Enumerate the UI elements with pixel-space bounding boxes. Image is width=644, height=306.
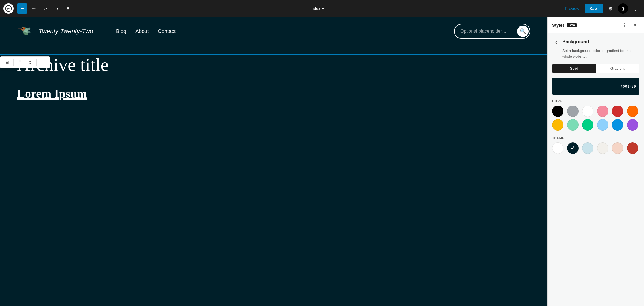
top-toolbar: W + ✏ ↩ ↪ ≡ Index ▾ Preview Save ⚙ ◑ ⋮ [0,0,644,17]
search-icon: 🔍 [520,28,526,34]
redo-button[interactable]: ↪ [51,3,61,14]
nav-item-about[interactable]: About [135,28,149,34]
site-nav: Blog About Contact [116,28,176,34]
color-swatch-white[interactable] [582,106,593,117]
gradient-button[interactable]: Gradient [596,64,639,73]
color-swatch-pink[interactable] [597,106,608,117]
toolbar-right: Preview Save ⚙ ◑ ⋮ [562,3,641,14]
solid-button[interactable]: Solid [552,64,596,73]
theme-colors-label: THEME [552,136,639,140]
contrast-icon: ◑ [621,6,625,11]
background-description: Set a background color or gradient for t… [552,48,639,59]
gear-icon: ⚙ [608,6,612,11]
search-button[interactable]: 🔍 [517,26,529,37]
save-button[interactable]: Save [585,4,603,13]
preview-button[interactable]: Preview [562,5,583,13]
color-hex-value: #001F29 [620,84,636,88]
chevron-down-icon: ▾ [322,6,324,11]
color-swatch-purple[interactable] [627,119,638,131]
background-section: ‹ Background Set a background color or g… [548,33,644,306]
color-preview[interactable]: #001F29 [552,78,639,95]
block-toolbar: ⊞ ⠿ ▲▼ ⋮ [0,56,50,68]
lorem-ipsum-title[interactable]: Lorem Ipsum [17,87,530,100]
site-logo-area: Twenty Twenty-Two [17,23,93,40]
right-panel: Styles Beta ⋮ ✕ ‹ Background Set a backg… [547,17,644,306]
list-view-button[interactable]: ≡ [63,3,73,14]
panel-title-area: Styles Beta [552,23,618,28]
more-block-options-icon[interactable]: ⋮ [38,58,48,67]
svg-point-9 [22,28,23,29]
drag-handle-icon[interactable]: ⠿ [15,58,24,67]
color-swatch-green[interactable] [582,119,593,131]
beta-badge: Beta [567,23,577,27]
color-swatch-red[interactable] [612,106,623,117]
panel-header: Styles Beta ⋮ ✕ [548,17,644,33]
color-swatch-light-blue[interactable] [597,119,608,131]
svg-point-4 [23,28,25,29]
svg-line-8 [18,28,22,29]
color-swatch-orange[interactable] [627,106,638,117]
site-header: Twenty Twenty-Two Blog About Contact 🔍 [0,17,547,46]
more-icon: ⋮ [633,6,638,11]
theme-color-swatch-cream[interactable] [597,142,608,154]
archive-title: Archive title [17,54,530,75]
undo-button[interactable]: ↩ [40,3,50,14]
template-dropdown[interactable]: Index ▾ [308,5,327,13]
block-selector-icon[interactable]: ⊞ [3,58,12,67]
color-swatch-blue[interactable] [612,119,623,131]
core-colors-label: CORE [552,99,639,103]
toolbar-divider [13,59,14,66]
panel-close-button[interactable]: ✕ [630,20,639,30]
content-area: Archive title Lorem Ipsum [0,46,547,117]
theme-color-grid [552,142,639,154]
theme-color-swatch-dark-red[interactable] [627,142,638,154]
wp-logo[interactable]: W [3,3,14,14]
toolbar-divider-2 [36,59,37,66]
color-swatch-black[interactable] [552,106,564,117]
more-options-button[interactable]: ⋮ [630,3,641,14]
svg-text:W: W [7,7,10,11]
back-icon: ‹ [555,39,557,45]
settings-button[interactable]: ⚙ [605,3,616,14]
move-up-down-icon[interactable]: ▲▼ [26,58,35,67]
search-area: 🔍 [454,24,530,39]
edit-icon: ✏ [32,6,36,11]
theme-color-swatch-light-teal[interactable] [582,142,593,154]
panel-actions: ⋮ ✕ [620,20,639,30]
bg-header: ‹ Background [552,38,639,46]
search-input[interactable] [460,29,517,34]
nav-item-contact[interactable]: Contact [158,28,176,34]
toolbar-center: Index ▾ [74,5,560,13]
color-swatch-yellow[interactable] [552,119,564,131]
color-swatch-gray[interactable] [567,106,579,117]
block-selected-outline [0,54,547,55]
site-logo [17,23,34,40]
undo-icon: ↩ [43,6,47,11]
back-button[interactable]: ‹ [552,38,560,46]
contrast-button[interactable]: ◑ [618,3,628,14]
color-swatch-light-green[interactable] [567,119,579,131]
theme-color-swatch-dark-teal[interactable] [567,142,579,154]
nav-item-blog[interactable]: Blog [116,28,126,34]
theme-color-swatch-white[interactable] [552,142,564,154]
background-title: Background [562,39,589,44]
edit-button[interactable]: ✏ [28,3,39,14]
list-icon: ≡ [66,6,69,11]
redo-icon: ↪ [55,6,58,11]
canvas-area: Twenty Twenty-Two Blog About Contact 🔍 ⊞… [0,17,547,306]
panel-more-button[interactable]: ⋮ [620,20,629,30]
theme-color-swatch-peach[interactable] [612,142,623,154]
styles-label: Styles [552,23,565,28]
type-toggle: Solid Gradient [552,64,639,73]
add-block-button[interactable]: + [17,3,27,14]
core-color-grid [552,106,639,131]
site-title[interactable]: Twenty Twenty-Two [39,28,93,35]
main-layout: Twenty Twenty-Two Blog About Contact 🔍 ⊞… [0,17,644,306]
